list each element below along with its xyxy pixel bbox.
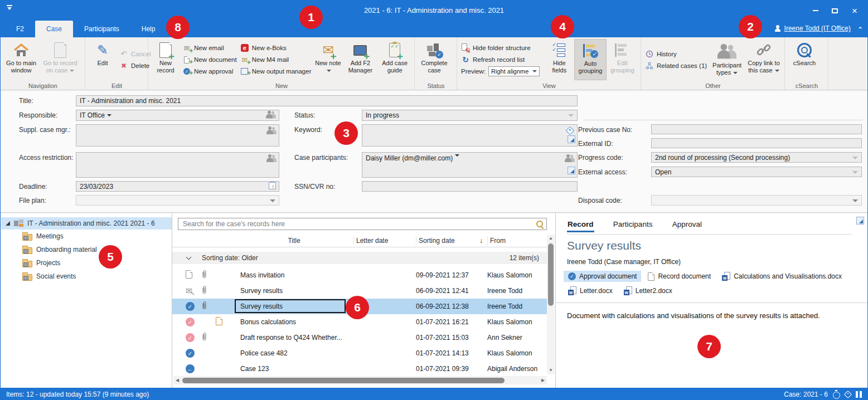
chevron-down-icon[interactable]	[186, 254, 192, 260]
tree-folder-onboarding-material[interactable]: Onboarding material	[22, 243, 97, 256]
annotation-badge-5: 5	[99, 245, 122, 269]
scroll-right-arrow[interactable]: ▶	[539, 376, 547, 384]
preview-tab-participants[interactable]: Participants	[613, 217, 653, 232]
add-case-guide-button[interactable]: ✓✓＋ Add case guide	[377, 39, 412, 80]
refresh-record-list-button[interactable]: ↻ Refresh record list	[461, 55, 525, 65]
new-note-button[interactable]: ✉＋ New note	[313, 39, 343, 80]
deadline-field[interactable]: 23/03/2023	[76, 181, 279, 192]
keyword-label: Keyword:	[294, 126, 322, 134]
ssn-cvr-field[interactable]	[362, 181, 578, 192]
new-output-manager-button[interactable]: ＋ New output manager	[240, 67, 312, 76]
responsible-field[interactable]: IT Office	[76, 110, 279, 121]
current-user-link[interactable]: Ireene Todd (IT Office)	[784, 25, 851, 32]
attachment-letter2-docx[interactable]: W Letter2.docx	[619, 285, 677, 297]
expand-field-icon[interactable]	[568, 135, 575, 143]
preview-tab-record[interactable]: Record	[567, 217, 594, 232]
record-row[interactable]: ✓ Draft response to Q424 Whether... 01-0…	[172, 330, 547, 345]
preview-record-author: Ireene Todd (Case manager, IT Office)	[567, 258, 681, 266]
file-plan-field[interactable]	[76, 195, 279, 206]
access-restriction-field[interactable]	[76, 152, 279, 178]
complete-case-button[interactable]: ✓ Complete case	[417, 39, 452, 80]
column-letter-date[interactable]: Letter date	[353, 236, 416, 245]
new-approval-button[interactable]: ✓＋ New approval	[182, 67, 237, 76]
collapse-ribbon-icon[interactable]: ⌃	[857, 26, 863, 33]
external-access-field[interactable]: Open	[651, 167, 862, 177]
preview-select[interactable]: Right alignme	[488, 66, 540, 76]
participant-types-button[interactable]: Participant types	[709, 39, 745, 80]
scroll-left-arrow[interactable]: ◀	[173, 376, 181, 384]
record-document-icon	[186, 270, 192, 279]
title-field[interactable]: IT - Administration and misc. 2021	[76, 95, 578, 106]
tab-case[interactable]: Case	[35, 21, 73, 37]
column-from[interactable]: From	[487, 236, 547, 245]
tab-f2[interactable]: F2	[5, 21, 35, 37]
record-row[interactable]: ← Case 123 01-07-2021 09:39 Abigail Ande…	[172, 361, 547, 377]
record-row[interactable]: Mass invitation 09-09-2021 12:37 Klaus S…	[172, 267, 547, 283]
auto-grouping-toggle[interactable]: ✓ Auto grouping	[574, 39, 606, 80]
preview-tab-approval[interactable]: Approval	[672, 217, 702, 232]
approval-rejected-icon: ✓	[186, 333, 195, 342]
tree-expander-icon[interactable]	[6, 221, 10, 226]
record-row[interactable]: ✓ Police case 482 01-07-2021 14:13 Klaus…	[172, 345, 547, 361]
note-icon: ✉＋	[322, 41, 333, 60]
suppl-case-mgr-field[interactable]	[76, 124, 279, 147]
expand-field-icon[interactable]	[568, 167, 575, 174]
hide-folder-structure-button[interactable]: Hide folder structure	[461, 43, 531, 53]
people-icon	[266, 111, 276, 119]
scroll-up-arrow[interactable]: ▲	[547, 235, 555, 242]
csearch-button[interactable]: cSearch	[787, 39, 822, 80]
disposal-code-field[interactable]	[651, 195, 862, 206]
tree-folder-meetings[interactable]: Meetings	[22, 230, 64, 242]
column-sorting-date[interactable]: Sorting date↓	[416, 236, 487, 245]
scroll-down-arrow[interactable]: ▼	[547, 367, 555, 374]
column-title[interactable]: Title	[235, 237, 353, 245]
case-participants-field[interactable]: Daisy Miller (dm@miller.com)	[362, 152, 578, 178]
close-button[interactable]: ×	[846, 5, 863, 16]
status-field[interactable]: In progress	[362, 110, 578, 121]
dropdown-arrow-icon	[852, 157, 858, 159]
cancel-button[interactable]: ↶ Cancel	[119, 49, 151, 58]
minimize-button[interactable]	[807, 5, 824, 16]
record-search-input[interactable]	[178, 218, 547, 230]
progress-code-field[interactable]: 2nd round of processing (Second processi…	[651, 152, 862, 163]
tag-icon[interactable]	[844, 390, 852, 398]
vertical-scroll-thumb[interactable]	[548, 243, 554, 306]
attachment-calculations-docx[interactable]: W Calculations and Visualisations.docx	[717, 270, 846, 282]
edit-button[interactable]: ✎ Edit	[88, 39, 118, 80]
previous-case-no-field[interactable]	[651, 124, 862, 134]
hide-fields-button[interactable]: ✓✓ Hide fields	[544, 39, 574, 80]
external-id-field[interactable]	[651, 138, 862, 148]
tree-root-case[interactable]: IT - Administration and misc. 2021 2021 …	[1, 217, 172, 230]
dropdown-arrow-icon	[107, 114, 111, 116]
new-record-button[interactable]: ＋ New record	[151, 39, 181, 80]
new-email-button[interactable]: ✉＋ New email	[182, 43, 237, 53]
tab-participants[interactable]: Participants	[73, 21, 130, 37]
horizontal-scroll-thumb[interactable]	[182, 378, 505, 383]
word-file-icon: W	[722, 272, 730, 281]
related-cases-button[interactable]: Related cases (1)	[645, 61, 707, 70]
expand-preview-icon[interactable]	[856, 217, 864, 226]
new-eboks-button[interactable]: e New e-Boks	[240, 43, 312, 53]
attachment-record-document[interactable]: Record document	[643, 271, 715, 282]
csearch-icon	[797, 41, 812, 60]
new-m4-mail-button[interactable]: ✉＋ New M4 mail	[240, 55, 312, 65]
tree-folder-projects[interactable]: Projects	[22, 257, 60, 269]
pause-icon[interactable]	[856, 391, 862, 398]
edit-grouping-button[interactable]: Edit grouping	[607, 39, 638, 80]
go-to-main-window-button[interactable]: Go to main window	[3, 39, 40, 80]
attachment-letter-docx[interactable]: W Letter.docx	[564, 285, 617, 297]
copy-link-to-case-button[interactable]: Copy link to this case	[745, 39, 782, 80]
go-to-record-on-case-button[interactable]: Go to record on case	[40, 39, 81, 80]
stopwatch-icon[interactable]	[833, 390, 840, 398]
keyword-field[interactable]	[362, 124, 578, 147]
maximize-button[interactable]	[826, 5, 843, 16]
attachment-approval-document[interactable]: ✓ Approval document	[564, 271, 641, 282]
tree-folder-social-events[interactable]: Social events	[22, 270, 76, 282]
statusbar: Items: 12 - updated today 15:57 (9 minut…	[1, 388, 867, 400]
delete-button[interactable]: ✖ Delete	[119, 61, 151, 70]
group-row-sorting-date-older[interactable]: Sorting date: Older 12 item(s)	[172, 252, 547, 264]
add-f2-manager-button[interactable]: ＋ Add F2 Manager	[343, 39, 377, 80]
tab-help[interactable]: Help	[130, 21, 167, 37]
history-button[interactable]: History	[645, 49, 677, 58]
new-document-button[interactable]: ＋ New document	[182, 55, 237, 65]
